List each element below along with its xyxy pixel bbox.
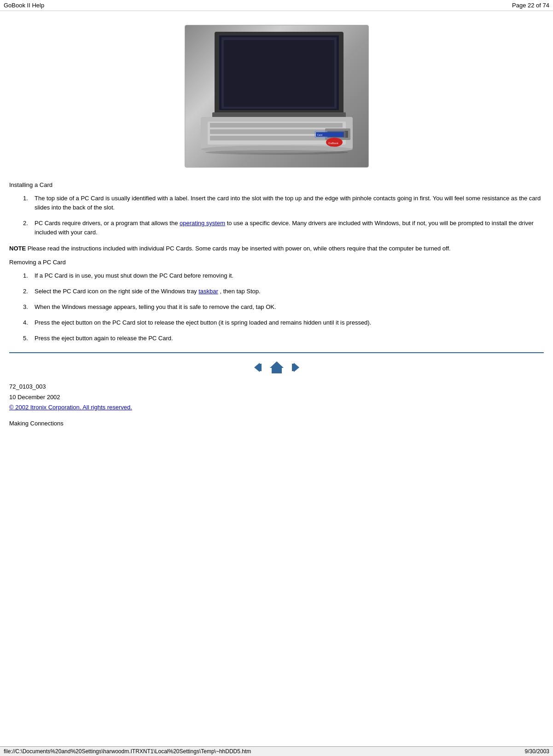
header-bar: GoBook II Help Page 22 of 74 — [0, 0, 553, 11]
installing-item-1-text: The top side of a PC Card is usually ide… — [35, 194, 544, 212]
svg-text:GoBook: GoBook — [328, 142, 339, 145]
status-bar: file://C:\Documents%20and%20Settings\har… — [0, 746, 553, 756]
removing-item-2: Select the PC Card icon on the right sid… — [35, 287, 544, 296]
svg-rect-7 — [210, 123, 343, 128]
forward-button[interactable] — [288, 361, 302, 374]
status-date: 9/30/2003 — [525, 748, 549, 755]
svg-marker-24 — [294, 363, 299, 372]
image-container: Card GoBook — [9, 25, 544, 168]
removing-item-1: If a PC Card is in use, you must shut do… — [35, 271, 544, 280]
note-text: Please read the instructions included wi… — [26, 245, 451, 252]
list-num-r2: 2. — [23, 287, 35, 296]
laptop-image: Card GoBook — [185, 25, 369, 168]
svg-rect-20 — [260, 364, 262, 371]
laptop-svg: Card GoBook — [187, 27, 367, 165]
svg-rect-22 — [275, 370, 279, 373]
page-info: Page 22 of 74 — [512, 2, 549, 9]
svg-rect-23 — [292, 364, 294, 371]
footer-info: 72_0103_003 10 December 2002 © 2002 Itro… — [9, 382, 544, 412]
list-item: 2. Select the PC Card icon on the right … — [23, 287, 544, 296]
list-num-r5: 5. — [23, 334, 35, 343]
list-item: 4. Press the eject button on the PC Card… — [23, 318, 544, 327]
taskbar-link[interactable]: taskbar — [198, 288, 218, 295]
back-button[interactable] — [251, 361, 265, 374]
app-title: GoBook II Help — [4, 2, 44, 9]
list-item: 1. The top side of a PC Card is usually … — [23, 194, 544, 212]
home-button[interactable] — [269, 361, 285, 374]
footer-link-container: © 2002 Itronix Corporation. All rights r… — [9, 402, 544, 413]
list-num-r4: 4. — [23, 318, 35, 327]
svg-rect-3 — [224, 40, 334, 107]
note-label: NOTE — [9, 245, 26, 252]
installing-item-2-before: PC Cards require drivers, or a program t… — [35, 220, 180, 227]
list-num-r1: 1. — [23, 271, 35, 280]
list-num-r3: 3. — [23, 302, 35, 312]
status-path: file://C:\Documents%20and%20Settings\har… — [4, 748, 251, 755]
making-connections: Making Connections — [9, 420, 544, 427]
svg-point-18 — [205, 150, 348, 155]
installing-heading: Installing a Card — [9, 181, 544, 188]
list-num-1: 1. — [23, 194, 35, 212]
note-block: NOTE Please read the instructions includ… — [9, 244, 544, 253]
list-item: 1. If a PC Card is in use, you must shut… — [23, 271, 544, 280]
installing-list: 1. The top side of a PC Card is usually … — [23, 194, 544, 238]
divider — [9, 352, 544, 353]
footer-line2: 10 December 2002 — [9, 392, 544, 402]
removing-list: 1. If a PC Card is in use, you must shut… — [23, 271, 544, 343]
installing-item-2-text: PC Cards require drivers, or a program t… — [35, 219, 544, 237]
operating-system-link[interactable]: operating system — [180, 220, 225, 227]
removing-item-2-after: , then tap Stop. — [218, 288, 261, 295]
removing-item-3: When the Windows message appears, tellin… — [35, 302, 544, 312]
list-item: 3. When the Windows message appears, tel… — [23, 302, 544, 312]
main-content: Card GoBook Installing a Card 1. The top… — [0, 11, 553, 445]
copyright-link[interactable]: © 2002 Itronix Corporation. All rights r… — [9, 404, 132, 411]
svg-text:Card: Card — [317, 134, 322, 136]
footer-line1: 72_0103_003 — [9, 382, 544, 392]
removing-item-4: Press the eject button on the PC Card sl… — [35, 318, 544, 327]
removing-heading: Removing a PC Card — [9, 259, 544, 266]
svg-marker-19 — [254, 363, 260, 372]
removing-item-5: Press the eject button again to release … — [35, 334, 544, 343]
nav-icons — [9, 361, 544, 374]
list-num-2: 2. — [23, 219, 35, 237]
list-item: 5. Press the eject button again to relea… — [23, 334, 544, 343]
removing-item-2-before: Select the PC Card icon on the right sid… — [35, 288, 198, 295]
list-item: 2. PC Cards require drivers, or a progra… — [23, 219, 544, 237]
